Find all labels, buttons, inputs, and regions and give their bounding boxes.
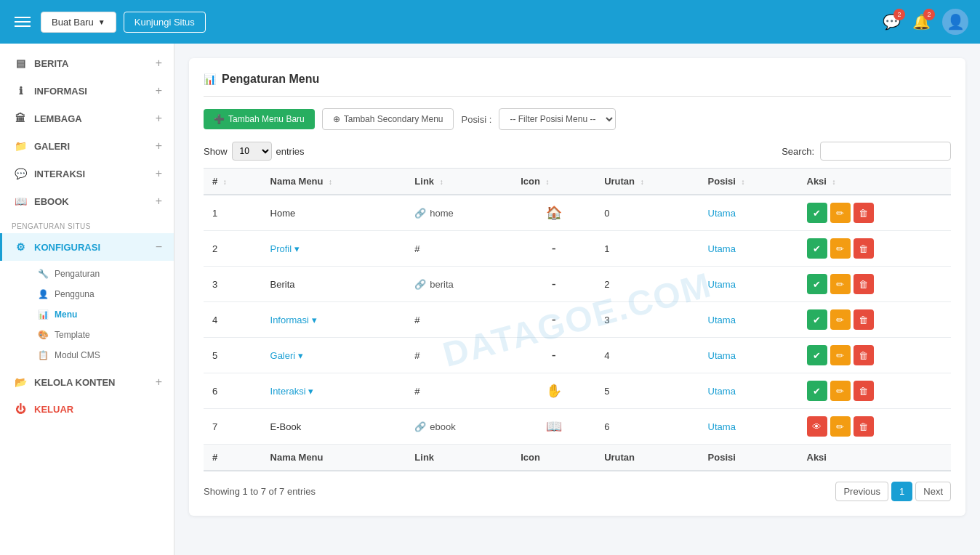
plus-icon: + xyxy=(156,112,162,125)
messages-badge: 2 xyxy=(893,9,905,20)
sidebar-label-lembaga: LEMBAGA xyxy=(34,113,82,124)
eye-button-6[interactable]: 👁 xyxy=(807,416,827,437)
delete-button-4[interactable]: 🗑 xyxy=(854,345,874,365)
posisi-link-3[interactable]: Utama xyxy=(708,315,736,325)
tambah-menu-button[interactable]: ➕ Tambah Menu Baru xyxy=(204,109,315,129)
menu-link-3[interactable]: Informasi ▾ xyxy=(270,315,317,325)
posisi-link-0[interactable]: Utama xyxy=(708,208,736,219)
kunjungi-situs-button[interactable]: Kunjungi Situs xyxy=(124,12,206,33)
avatar: 👤 xyxy=(942,9,968,35)
posisi-link-5[interactable]: Utama xyxy=(708,386,736,397)
col-header-nama: Nama Menu ↕ xyxy=(262,169,406,195)
menu-link-1[interactable]: Profil ▾ xyxy=(270,243,300,254)
delete-button-5[interactable]: 🗑 xyxy=(854,381,874,401)
cell-nama-4: Galeri ▾ xyxy=(262,338,406,373)
hamburger-button[interactable] xyxy=(12,14,33,30)
sidebar-sub-label-template: Template xyxy=(55,330,90,340)
sidebar-sub-template[interactable]: 🎨 Template xyxy=(32,325,174,345)
notifications-badge: 2 xyxy=(923,9,935,20)
sidebar-label-kelola: KELOLA KONTEN xyxy=(34,377,115,388)
cell-link-0: 🔗home xyxy=(406,195,512,231)
messages-button[interactable]: 💬 2 xyxy=(883,13,901,31)
sidebar-sub-modul-cms[interactable]: 📋 Modul CMS xyxy=(32,345,174,365)
plus-icon: + xyxy=(156,139,162,153)
sidebar-item-interaksi[interactable]: 💬 INTERAKSI + xyxy=(0,160,174,187)
plus-icon: + xyxy=(156,167,162,180)
link-icon: 🔗 xyxy=(414,208,426,219)
cell-link-3: # xyxy=(406,302,512,338)
posisi-link-1[interactable]: Utama xyxy=(708,243,736,254)
edit-button-5[interactable]: ✏ xyxy=(830,381,851,401)
show-label: Show xyxy=(204,146,228,157)
user-avatar-button[interactable]: 👤 xyxy=(942,9,968,35)
sidebar-item-informasi[interactable]: ℹ INFORMASI + xyxy=(0,77,174,105)
page-1-button[interactable]: 1 xyxy=(891,482,912,501)
posisi-select[interactable]: -- Filter Posisi Menu -- Utama Footer Si… xyxy=(499,108,616,130)
edit-button-6[interactable]: ✏ xyxy=(830,416,851,437)
sidebar-sub-menu[interactable]: 📊 Menu xyxy=(32,304,174,325)
notifications-button[interactable]: 🔔 2 xyxy=(912,13,931,31)
delete-button-6[interactable]: 🗑 xyxy=(854,416,874,437)
kelola-icon: 📂 xyxy=(14,376,27,388)
buat-baru-button[interactable]: Buat Baru ▼ xyxy=(41,12,116,33)
next-page-button[interactable]: Next xyxy=(915,482,951,501)
sidebar-item-berita[interactable]: ▤ BERITA + xyxy=(0,49,174,77)
aksi-btns-6: 👁✏🗑 xyxy=(807,416,943,437)
table-row: 2Profil ▾#-1Utama✔✏🗑 xyxy=(204,231,951,267)
table-footer: Showing 1 to 7 of 7 entries Previous 1 N… xyxy=(204,482,951,501)
check-button-1[interactable]: ✔ xyxy=(807,238,827,259)
check-button-2[interactable]: ✔ xyxy=(807,274,827,294)
search-label: Search: xyxy=(782,146,814,157)
check-button-5[interactable]: ✔ xyxy=(807,381,827,401)
cell-aksi-4: ✔✏🗑 xyxy=(798,338,952,373)
delete-button-1[interactable]: 🗑 xyxy=(854,238,874,259)
plus-circle-icon: ➕ xyxy=(214,114,225,124)
search-input[interactable] xyxy=(820,142,951,161)
sidebar-item-galeri[interactable]: 📁 GALERI + xyxy=(0,132,174,160)
search-row: Search: xyxy=(782,142,951,161)
cell-aksi-1: ✔✏🗑 xyxy=(798,231,952,267)
menu-link-4[interactable]: Galeri ▾ xyxy=(270,350,303,361)
sidebar-sub-pengaturan[interactable]: 🔧 Pengaturan xyxy=(32,264,174,284)
pengguna-sub-icon: 👤 xyxy=(38,289,49,299)
sidebar-item-keluar[interactable]: ⏻ KELUAR xyxy=(0,396,174,422)
edit-button-1[interactable]: ✏ xyxy=(830,238,851,259)
check-button-3[interactable]: ✔ xyxy=(807,309,827,330)
previous-page-button[interactable]: Previous xyxy=(835,482,888,501)
galeri-icon: 📁 xyxy=(14,140,27,152)
edit-button-2[interactable]: ✏ xyxy=(830,274,851,294)
sidebar-label-ebook: EBOOK xyxy=(34,196,69,207)
posisi-link-6[interactable]: Utama xyxy=(708,421,736,432)
posisi-link-4[interactable]: Utama xyxy=(708,350,736,361)
plus-icon: + xyxy=(156,57,162,70)
delete-button-2[interactable]: 🗑 xyxy=(854,274,874,294)
cell-icon-0: 🏠 xyxy=(512,195,595,231)
sidebar-sub-pengguna[interactable]: 👤 Pengguna xyxy=(32,284,174,304)
cell-urutan-5: 5 xyxy=(595,373,699,409)
data-table: # ↕ Nama Menu ↕ Link ↕ Icon ↕ Urutan ↕ P… xyxy=(204,168,951,471)
delete-button-3[interactable]: 🗑 xyxy=(854,309,874,330)
col-footer-num: # xyxy=(204,445,262,471)
col-footer-posisi: Posisi xyxy=(699,445,798,471)
posisi-link-2[interactable]: Utama xyxy=(708,279,736,290)
aksi-btns-4: ✔✏🗑 xyxy=(807,345,943,365)
menu-link-5[interactable]: Interaksi ▾ xyxy=(270,386,314,397)
edit-button-4[interactable]: ✏ xyxy=(830,345,851,365)
sidebar-item-konfigurasi[interactable]: ⚙ KONFIGURASI − xyxy=(0,233,174,261)
cell-num-1: 2 xyxy=(204,231,262,267)
sidebar-item-kelola-konten[interactable]: 📂 KELOLA KONTEN + xyxy=(0,368,174,396)
sidebar-item-ebook[interactable]: 📖 EBOOK + xyxy=(0,187,174,215)
interaksi-icon: 💬 xyxy=(14,168,27,179)
edit-button-3[interactable]: ✏ xyxy=(830,309,851,330)
tambah-secondary-button[interactable]: ⊕ Tambah Secondary Menu xyxy=(322,108,454,130)
aksi-btns-5: ✔✏🗑 xyxy=(807,381,943,401)
check-button-0[interactable]: ✔ xyxy=(807,203,827,223)
sidebar-label-informasi: INFORMASI xyxy=(34,86,87,97)
delete-button-0[interactable]: 🗑 xyxy=(854,203,874,223)
col-footer-link: Link xyxy=(406,445,512,471)
check-button-4[interactable]: ✔ xyxy=(807,345,827,365)
entries-select[interactable]: 10 25 50 100 xyxy=(232,142,272,161)
navbar-left: Buat Baru ▼ Kunjungi Situs xyxy=(12,12,206,33)
edit-button-0[interactable]: ✏ xyxy=(830,203,851,223)
sidebar-item-lembaga[interactable]: 🏛 LEMBAGA + xyxy=(0,105,174,132)
